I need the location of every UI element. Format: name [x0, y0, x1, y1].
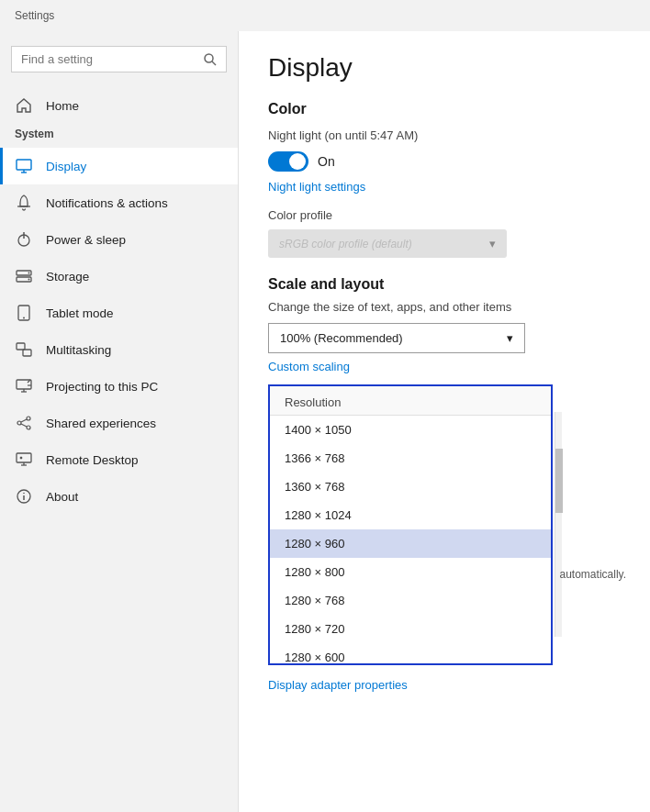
night-light-toggle-row: On: [268, 151, 621, 172]
sidebar-item-remote-label: Remote Desktop: [46, 453, 139, 467]
sidebar-item-storage-label: Storage: [46, 270, 89, 284]
bell-icon: [15, 194, 33, 212]
sidebar-item-home-label: Home: [46, 99, 79, 113]
sidebar-item-shared-label: Shared experiences: [46, 417, 156, 430]
system-section-label: System: [0, 124, 238, 148]
home-icon: [15, 96, 33, 115]
sidebar-item-multitasking[interactable]: Multitasking: [0, 331, 238, 368]
resolution-item-8[interactable]: 1280 × 600: [270, 643, 551, 663]
search-icon: [204, 53, 217, 66]
resolution-item-3[interactable]: 1280 × 1024: [270, 501, 551, 529]
sidebar-item-projecting-label: Projecting to this PC: [46, 380, 158, 394]
power-icon: [15, 230, 33, 249]
project-icon: [15, 377, 33, 395]
resolution-header: Resolution: [270, 386, 551, 416]
remote-icon: [15, 450, 33, 469]
svg-rect-13: [17, 343, 25, 350]
sidebar-item-storage[interactable]: Storage: [0, 258, 238, 295]
resolution-item-6[interactable]: 1280 × 768: [270, 586, 551, 615]
svg-point-21: [17, 421, 21, 425]
color-profile-dropdown[interactable]: sRGB color profile (default) ▾: [268, 229, 507, 258]
display-icon: [15, 157, 33, 175]
toggle-label: On: [318, 154, 335, 169]
resolution-item-2[interactable]: 1360 × 768: [270, 473, 551, 501]
search-box[interactable]: [11, 46, 227, 72]
app-title: Settings: [15, 9, 54, 22]
night-light-link[interactable]: Night light settings: [268, 180, 365, 194]
svg-line-23: [21, 419, 27, 422]
sidebar-item-tablet[interactable]: Tablet mode: [0, 295, 238, 331]
resolution-item-7[interactable]: 1280 × 720: [270, 615, 551, 643]
content-area: Display Color Night light (on until 5:47…: [239, 31, 650, 812]
sidebar-item-power[interactable]: Power & sleep: [0, 221, 238, 258]
color-section-title: Color: [268, 101, 621, 117]
resolution-item-5[interactable]: 1280 × 800: [270, 558, 551, 586]
scale-value: 100% (Recommended): [280, 331, 403, 345]
custom-scaling-link[interactable]: Custom scaling: [268, 360, 350, 373]
svg-line-24: [21, 424, 27, 427]
night-light-toggle[interactable]: [268, 151, 308, 172]
sidebar-item-projecting[interactable]: Projecting to this PC: [0, 368, 238, 405]
multitasking-icon: [15, 340, 33, 359]
sidebar-item-notifications-label: Notifications & actions: [46, 196, 168, 210]
color-profile-label: Color profile: [268, 208, 621, 222]
color-profile-value: sRGB color profile (default): [279, 238, 412, 250]
chevron-down-icon: ▾: [489, 237, 496, 250]
svg-point-32: [23, 493, 25, 495]
svg-point-0: [205, 54, 213, 62]
display-adapter-link[interactable]: Display adapter properties: [268, 678, 408, 692]
svg-rect-25: [17, 453, 31, 462]
search-input[interactable]: [21, 52, 196, 66]
resolution-item-4[interactable]: 1280 × 960: [270, 529, 551, 558]
svg-point-12: [23, 317, 25, 319]
svg-line-1: [212, 61, 216, 65]
sidebar-item-remote[interactable]: Remote Desktop: [0, 441, 238, 478]
sidebar-item-home[interactable]: Home: [0, 87, 238, 124]
info-icon: [15, 487, 33, 506]
scale-section-title: Scale and layout: [268, 276, 621, 293]
storage-icon: [15, 267, 33, 285]
resolution-item-1[interactable]: 1366 × 768: [270, 444, 551, 473]
scale-dropdown[interactable]: 100% (Recommended) ▾: [268, 323, 525, 353]
scale-chevron-icon: ▾: [507, 331, 513, 345]
sidebar-item-display-label: Display: [46, 160, 86, 173]
page-title: Display: [268, 53, 621, 83]
sidebar-item-about-label: About: [46, 490, 78, 504]
sidebar-item-notifications[interactable]: Notifications & actions: [0, 184, 238, 221]
resolution-dropdown[interactable]: Resolution 1400 × 1050 1366 × 768 1360 ×…: [268, 384, 553, 665]
resolution-list: 1400 × 1050 1366 × 768 1360 × 768 1280 ×…: [270, 416, 551, 663]
svg-rect-14: [23, 350, 31, 356]
sidebar-item-tablet-label: Tablet mode: [46, 306, 114, 320]
svg-rect-2: [17, 160, 31, 170]
svg-point-10: [28, 279, 30, 281]
svg-point-9: [28, 273, 30, 274]
svg-point-20: [27, 417, 30, 420]
sidebar: Home System Display N: [0, 31, 239, 812]
auto-text: automatically.: [560, 568, 626, 581]
sidebar-item-shared[interactable]: Shared experiences: [0, 405, 238, 441]
sidebar-item-display[interactable]: Display: [0, 148, 238, 184]
shared-icon: [15, 414, 33, 432]
sidebar-item-multitasking-label: Multitasking: [46, 343, 111, 357]
svg-point-22: [27, 426, 30, 429]
resolution-item-0[interactable]: 1400 × 1050: [270, 416, 551, 444]
sidebar-item-power-label: Power & sleep: [46, 233, 126, 247]
tablet-icon: [15, 304, 33, 322]
sidebar-item-about[interactable]: About: [0, 478, 238, 515]
night-light-status: Night light (on until 5:47 AM): [268, 128, 621, 142]
scale-desc: Change the size of text, apps, and other…: [268, 300, 621, 314]
